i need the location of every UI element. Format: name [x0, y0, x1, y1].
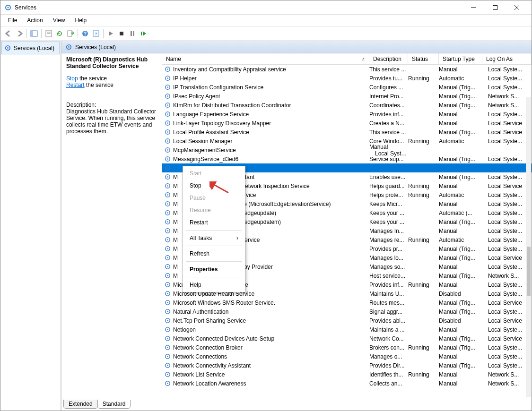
menu-view[interactable]: View: [48, 16, 70, 25]
close-button[interactable]: [506, 0, 528, 15]
service-startup: Automatic: [439, 237, 482, 243]
restart-service-button[interactable]: [138, 28, 148, 39]
help2-button[interactable]: ?: [91, 28, 101, 39]
menu-help[interactable]: Help: [70, 16, 92, 25]
gear-icon: [164, 335, 171, 342]
svg-point-31: [167, 95, 168, 96]
service-row[interactable]: Language Experience ServiceProvides inf.…: [162, 110, 532, 119]
service-row[interactable]: Network List ServiceIdentifies th...Runn…: [162, 370, 532, 379]
column-header-description[interactable]: Description: [369, 53, 408, 64]
menu-action[interactable]: Action: [22, 16, 47, 25]
svg-point-27: [167, 77, 168, 78]
service-row[interactable]: IP Translation Configuration ServiceConf…: [162, 83, 532, 92]
stop-service-button[interactable]: [116, 28, 127, 39]
service-logon: Local Syste...: [482, 308, 532, 315]
service-row[interactable]: Network Connection BrokerBrokers con...R…: [162, 343, 532, 352]
service-row[interactable]: Net.Tcp Port Sharing ServiceProvides abi…: [162, 316, 532, 325]
maximize-button[interactable]: [484, 0, 506, 15]
start-service-button[interactable]: [105, 28, 116, 39]
ctx-help[interactable]: Help: [183, 279, 245, 291]
service-row[interactable]: Local Session ManagerCore Windo...Runnin…: [162, 137, 532, 146]
service-row[interactable]: IPsec Policy AgentInternet Pro...Manual …: [162, 92, 532, 101]
view-tabs: Extended Standard: [61, 399, 532, 411]
restart-link[interactable]: Restart: [66, 82, 85, 88]
svg-point-23: [68, 46, 70, 48]
svg-point-33: [167, 104, 168, 105]
service-row[interactable]: KtmRm for Distributed Transaction Coordi…: [162, 101, 532, 110]
show-hide-tree-button[interactable]: [29, 28, 39, 39]
service-row[interactable]: McpManagementServiceManualLocal Syste...: [162, 146, 532, 154]
service-startup: Disabled: [439, 317, 482, 324]
service-description: Coordinates...: [369, 102, 408, 109]
refresh-button[interactable]: [54, 28, 65, 39]
service-row[interactable]: IP HelperProvides tu...RunningAutomaticL…: [162, 74, 532, 83]
service-name: Link-Layer Topology Discovery Mapper: [173, 120, 271, 127]
service-description: Routes mes...: [369, 300, 408, 306]
service-row[interactable]: Link-Layer Topology Discovery MapperCrea…: [162, 119, 532, 128]
services-window: Services File Action View Help ? ?: [0, 0, 532, 411]
svg-point-89: [167, 356, 168, 357]
tree-root-label: Services (Local): [14, 45, 54, 51]
service-startup: Manual (Trig...: [439, 300, 482, 306]
service-description: Provides tu...: [369, 75, 408, 82]
column-header-startup[interactable]: Startup Type: [439, 53, 482, 64]
service-description: Configures ...: [369, 84, 408, 91]
service-row[interactable]: Microsoft Windows SMS Router Service.Rou…: [162, 298, 532, 307]
menu-file[interactable]: File: [3, 16, 22, 25]
gear-icon: [164, 75, 171, 82]
gear-icon: [164, 308, 171, 315]
gear-icon: [164, 200, 171, 207]
properties-button[interactable]: [44, 28, 54, 39]
service-logon: Local Syste...: [482, 282, 532, 288]
service-logon: Network S...: [482, 102, 532, 109]
svg-point-75: [167, 293, 168, 294]
export-button[interactable]: [65, 28, 76, 39]
column-header-logon[interactable]: Log On As: [482, 53, 532, 64]
ctx-all-tasks[interactable]: All Tasks›: [183, 232, 245, 244]
tree-root-node[interactable]: Services (Local): [1, 42, 60, 54]
service-logon: Local Syste...: [482, 111, 532, 118]
service-description: Manages re...: [369, 237, 408, 243]
service-logon: Local Syste...: [482, 344, 532, 351]
service-row[interactable]: MessagingService_d3ed6Service sup...Manu…: [162, 154, 532, 163]
scrollbar-track[interactable]: [526, 97, 531, 397]
tab-standard[interactable]: Standard: [97, 400, 131, 409]
pause-service-button[interactable]: [127, 28, 138, 39]
column-header-status[interactable]: Status: [408, 53, 439, 64]
ctx-properties[interactable]: Properties: [183, 263, 245, 275]
ctx-restart[interactable]: Restart: [183, 216, 245, 229]
service-name: M: [173, 246, 178, 252]
service-description: ManualLocal Syste...: [369, 144, 408, 157]
stop-link[interactable]: Stop: [66, 75, 78, 82]
console-tree[interactable]: Services (Local): [0, 41, 61, 411]
service-status: Running: [408, 237, 439, 243]
app-icon: [4, 4, 12, 11]
minimize-button[interactable]: [462, 0, 484, 15]
ctx-refresh[interactable]: Refresh: [183, 248, 245, 260]
column-header-name[interactable]: Name∧: [162, 53, 369, 64]
svg-point-1: [8, 7, 9, 8]
gear-icon: [164, 66, 171, 73]
service-logon: Local Syste...: [482, 84, 532, 91]
service-row[interactable]: Natural AuthenticationSignal aggr...Manu…: [162, 307, 532, 316]
service-row[interactable]: Network Location AwarenessCollects an...…: [162, 379, 532, 388]
help-button[interactable]: ?: [80, 28, 90, 39]
service-description: Provides Dir...: [369, 362, 408, 369]
service-startup: Manual (Trig...: [439, 246, 482, 252]
service-status: Running: [408, 344, 439, 351]
service-description: Keeps your ...: [369, 210, 408, 216]
back-button[interactable]: [3, 28, 14, 39]
scrollbar-thumb[interactable]: [527, 247, 531, 296]
service-row[interactable]: Network ConnectionsManages o...ManualLoc…: [162, 352, 532, 361]
tab-extended[interactable]: Extended: [63, 400, 98, 409]
forward-button[interactable]: [14, 28, 25, 39]
service-row[interactable]: Local Profile Assistant ServiceThis serv…: [162, 128, 532, 137]
svg-point-77: [167, 302, 168, 303]
service-row[interactable]: Network Connectivity AssistantProvides D…: [162, 361, 532, 370]
service-row[interactable]: Network Connected Devices Auto-SetupNetw…: [162, 334, 532, 343]
service-row[interactable]: Inventory and Compatibility Appraisal se…: [162, 65, 532, 74]
svg-point-47: [167, 167, 168, 168]
service-startup: Automatic (...: [439, 210, 482, 216]
service-logon: Local Syste...: [482, 66, 532, 73]
service-row[interactable]: NetlogonMaintains a ...ManualLocal Syste…: [162, 325, 532, 334]
